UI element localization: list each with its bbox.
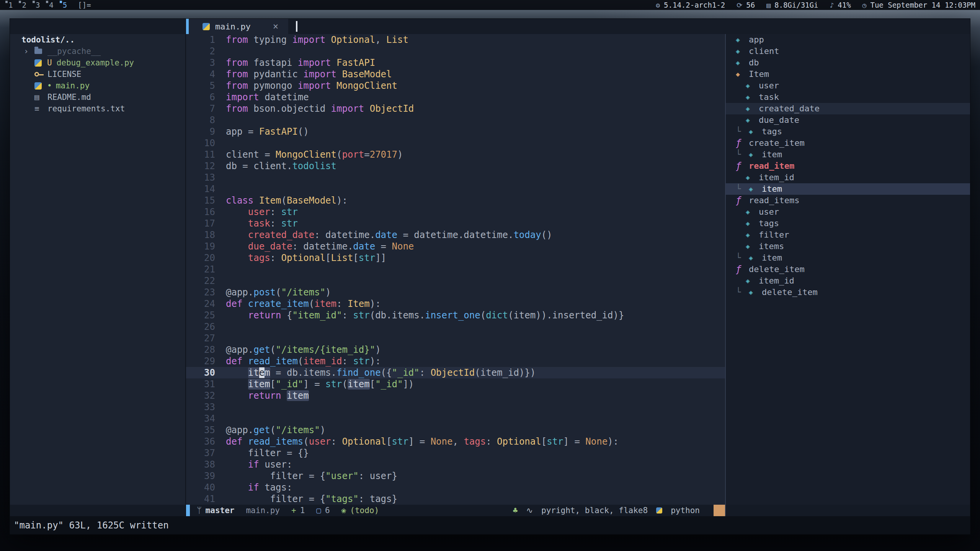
code-line-26[interactable]: 26 <box>186 321 725 333</box>
tree-item-label: LICENSE <box>47 70 82 79</box>
code-line-39[interactable]: 39 filter = {"user": user} <box>186 470 725 482</box>
code-line-16[interactable]: 16 user: str <box>186 206 725 218</box>
outline-item-tags[interactable]: └◈tags <box>726 126 970 137</box>
workspace-tag-3[interactable]: 3 <box>32 0 44 10</box>
workspace-tag-2[interactable]: 2 <box>18 0 30 10</box>
code-line-33[interactable]: 33 <box>186 401 725 413</box>
outline-item-db[interactable]: ◈db <box>726 57 970 68</box>
code-line-19[interactable]: 19 due_date: datetime.date = None <box>186 241 725 252</box>
code-line-10[interactable]: 10 <box>186 137 725 149</box>
code-line-4[interactable]: 4from pydantic import BaseModel <box>186 68 725 80</box>
editor-workspace: todolist/.. ›__pycache__Udebug_example.p… <box>10 34 970 516</box>
layout-indicator[interactable]: []= <box>78 1 91 9</box>
workspace-tag-1[interactable]: 1 <box>5 0 16 10</box>
code-line-18[interactable]: 18 created_date: datetime.date = datetim… <box>186 229 725 241</box>
outline-item-item_id[interactable]: ◈item_id <box>726 172 970 183</box>
workspace-tag-5[interactable]: 5 <box>59 0 71 10</box>
code-line-13[interactable]: 13 <box>186 172 725 183</box>
tabline: main.py × <box>10 19 970 34</box>
outline-item-item[interactable]: └◈item <box>726 149 970 160</box>
code-line-30[interactable]: 30 item = db.items.find_one({"_id": Obje… <box>186 367 725 378</box>
line-number: 35 <box>186 424 215 436</box>
line-number: 18 <box>186 229 215 241</box>
code-line-23[interactable]: 23@app.post("/items") <box>186 287 725 298</box>
outline-item-created_date[interactable]: ◈created_date <box>726 103 970 114</box>
code-line-36[interactable]: 36def read_items(user: Optional[str] = N… <box>186 436 725 447</box>
code-line-14[interactable]: 14 <box>186 183 725 195</box>
tree-item-pycache[interactable]: ›__pycache__ <box>10 46 185 57</box>
code-line-31[interactable]: 31 item["_id"] = str(item["_id"]) <box>186 378 725 390</box>
outline-item-delete_item[interactable]: ƒdelete_item <box>726 264 970 275</box>
tree-item-license[interactable]: LICENSE <box>10 68 185 80</box>
variable-icon: ◈ <box>746 172 759 183</box>
tree-root[interactable]: todolist/.. <box>10 34 185 46</box>
code-line-29[interactable]: 29def read_item(item_id: str): <box>186 355 725 367</box>
code-line-20[interactable]: 20 tags: Optional[List[str]] <box>186 252 725 264</box>
code-line-25[interactable]: 25 return {"item_id": str(db.items.inser… <box>186 310 725 321</box>
code-line-8[interactable]: 8 <box>186 114 725 126</box>
outline-item-read_item[interactable]: ƒread_item <box>726 160 970 172</box>
buffer-count-icon: ▢ <box>316 506 321 515</box>
outline-item-label: user <box>759 206 779 218</box>
code-line-22[interactable]: 22 <box>186 275 725 287</box>
code-line-1[interactable]: 1from typing import Optional, List <box>186 34 725 46</box>
code-line-32[interactable]: 32 return item <box>186 390 725 401</box>
code-line-41[interactable]: 41 filter = {"tags": tags} <box>186 493 725 505</box>
outline-item-create_item[interactable]: ƒcreate_item <box>726 137 970 149</box>
code-line-7[interactable]: 7from bson.objectid import ObjectId <box>186 103 725 114</box>
statusline: ᛘ master main.py + 1 ▢ 6 ❀ (todo) ♣ <box>186 505 725 516</box>
outline-items: ◈app◈client◈db◆Item◈user◈task◈created_da… <box>726 34 970 298</box>
outline-item-Item[interactable]: ◆Item <box>726 68 970 80</box>
outline-item-item_id[interactable]: ◈item_id <box>726 275 970 287</box>
line-number: 6 <box>186 91 215 103</box>
code-line-15[interactable]: 15class Item(BaseModel): <box>186 195 725 206</box>
outline-item-app[interactable]: ◈app <box>726 34 970 46</box>
outline-item-client[interactable]: ◈client <box>726 46 970 57</box>
code-line-21[interactable]: 21 <box>186 264 725 275</box>
tree-item-debug-example-py[interactable]: Udebug_example.py <box>10 57 185 68</box>
line-number: 33 <box>186 401 215 413</box>
code-line-3[interactable]: 3from fastapi import FastAPI <box>186 57 725 68</box>
code-line-37[interactable]: 37 filter = {} <box>186 447 725 459</box>
outline-item-tags[interactable]: ◈tags <box>726 218 970 229</box>
code-line-40[interactable]: 40 if tags: <box>186 482 725 493</box>
code-line-12[interactable]: 12db = client.todolist <box>186 160 725 172</box>
code-line-24[interactable]: 24def create_item(item: Item): <box>186 298 725 310</box>
outline-item-item[interactable]: └◈item <box>726 183 970 195</box>
line-number: 5 <box>186 80 215 91</box>
outline-item-user[interactable]: ◈user <box>726 206 970 218</box>
outline-item-item[interactable]: └◈item <box>726 252 970 264</box>
clock-icon: ◷ <box>862 1 867 9</box>
code-line-6[interactable]: 6import datetime <box>186 91 725 103</box>
outline-item-due_date[interactable]: ◈due_date <box>726 114 970 126</box>
code-text: client = MongoClient(port=27017) <box>226 149 403 160</box>
variable-icon: ◈ <box>746 218 759 229</box>
outline-item-delete_item[interactable]: └◈delete_item <box>726 287 970 298</box>
code-line-28[interactable]: 28@app.get("/items/{item_id}") <box>186 344 725 355</box>
tree-item-main-py[interactable]: •main.py <box>10 80 185 91</box>
code-line-2[interactable]: 2 <box>186 46 725 57</box>
outline-item-user[interactable]: ◈user <box>726 80 970 91</box>
line-number: 40 <box>186 482 215 493</box>
tree-item-requirements-txt[interactable]: ≡requirements.txt <box>10 103 185 114</box>
code-line-17[interactable]: 17 task: str <box>186 218 725 229</box>
code-line-11[interactable]: 11client = MongoClient(port=27017) <box>186 149 725 160</box>
outline-item-filter[interactable]: ◈filter <box>726 229 970 241</box>
code-editor[interactable]: 1from typing import Optional, List23from… <box>186 34 725 505</box>
outline-item-read_items[interactable]: ƒread_items <box>726 195 970 206</box>
tree-item-readme-md[interactable]: ▤README.md <box>10 91 185 103</box>
workspace-tag-4[interactable]: 4 <box>45 0 57 10</box>
tab-main-py[interactable]: main.py × <box>186 19 288 34</box>
outline-item-task[interactable]: ◈task <box>726 91 970 103</box>
code-line-9[interactable]: 9app = FastAPI() <box>186 126 725 137</box>
line-number: 4 <box>186 68 215 80</box>
code-line-5[interactable]: 5from pymongo import MongoClient <box>186 80 725 91</box>
tab-close-icon[interactable]: × <box>273 21 278 32</box>
code-line-35[interactable]: 35@app.get("/items") <box>186 424 725 436</box>
code-line-38[interactable]: 38 if user: <box>186 459 725 470</box>
line-number: 37 <box>186 447 215 459</box>
code-line-27[interactable]: 27 <box>186 333 725 344</box>
code-line-34[interactable]: 34 <box>186 413 725 424</box>
outline-item-items[interactable]: ◈items <box>726 241 970 252</box>
code-text: @app.post("/items") <box>226 287 331 298</box>
